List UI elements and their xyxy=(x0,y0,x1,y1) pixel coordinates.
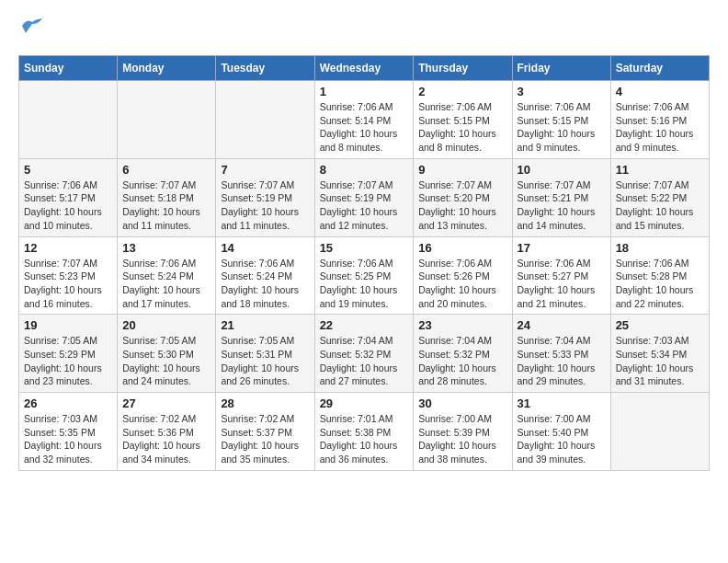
day-number: 27 xyxy=(122,396,210,410)
calendar-cell: 4Sunrise: 7:06 AMSunset: 5:16 PMDaylight… xyxy=(610,81,709,159)
day-info: Sunrise: 7:02 AMSunset: 5:37 PMDaylight:… xyxy=(221,412,309,466)
day-number: 22 xyxy=(320,318,409,332)
calendar-cell: 20Sunrise: 7:05 AMSunset: 5:30 PMDayligh… xyxy=(118,315,216,393)
calendar-cell: 10Sunrise: 7:07 AMSunset: 5:21 PMDayligh… xyxy=(512,158,610,236)
day-number: 19 xyxy=(24,318,112,332)
day-number: 21 xyxy=(221,318,309,332)
calendar-cell: 31Sunrise: 7:00 AMSunset: 5:40 PMDayligh… xyxy=(512,393,610,471)
calendar-cell: 3Sunrise: 7:06 AMSunset: 5:15 PMDaylight… xyxy=(512,81,610,159)
day-info: Sunrise: 7:06 AMSunset: 5:26 PMDaylight:… xyxy=(418,257,506,311)
calendar-cell xyxy=(216,81,314,159)
day-info: Sunrise: 7:07 AMSunset: 5:23 PMDaylight:… xyxy=(24,257,112,311)
calendar-cell: 14Sunrise: 7:06 AMSunset: 5:24 PMDayligh… xyxy=(216,236,314,315)
day-number: 5 xyxy=(24,163,112,177)
calendar-cell xyxy=(118,81,216,159)
day-info: Sunrise: 7:06 AMSunset: 5:17 PMDaylight:… xyxy=(24,178,112,233)
calendar-cell: 15Sunrise: 7:06 AMSunset: 5:25 PMDayligh… xyxy=(314,236,414,315)
logo-bird-icon xyxy=(22,18,42,33)
calendar-week-row: 19Sunrise: 7:05 AMSunset: 5:29 PMDayligh… xyxy=(19,315,710,393)
day-info: Sunrise: 7:06 AMSunset: 5:24 PMDaylight:… xyxy=(221,257,309,311)
day-of-week-header: Sunday xyxy=(19,56,118,81)
day-number: 20 xyxy=(122,318,210,332)
day-info: Sunrise: 7:06 AMSunset: 5:16 PMDaylight:… xyxy=(616,100,704,155)
day-info: Sunrise: 7:06 AMSunset: 5:15 PMDaylight:… xyxy=(518,100,606,155)
calendar-cell: 11Sunrise: 7:07 AMSunset: 5:22 PMDayligh… xyxy=(610,158,709,236)
calendar-cell: 9Sunrise: 7:07 AMSunset: 5:20 PMDaylight… xyxy=(414,158,512,236)
day-number: 14 xyxy=(221,241,309,255)
day-number: 2 xyxy=(418,85,506,98)
day-info: Sunrise: 7:04 AMSunset: 5:33 PMDaylight:… xyxy=(518,334,606,388)
calendar-cell: 1Sunrise: 7:06 AMSunset: 5:14 PMDaylight… xyxy=(314,81,414,159)
day-number: 12 xyxy=(24,241,112,255)
calendar-cell: 8Sunrise: 7:07 AMSunset: 5:19 PMDaylight… xyxy=(314,158,414,236)
day-info: Sunrise: 7:04 AMSunset: 5:32 PMDaylight:… xyxy=(320,334,409,388)
calendar-cell: 5Sunrise: 7:06 AMSunset: 5:17 PMDaylight… xyxy=(19,158,118,236)
day-info: Sunrise: 7:06 AMSunset: 5:25 PMDaylight:… xyxy=(320,257,409,311)
day-info: Sunrise: 7:07 AMSunset: 5:18 PMDaylight:… xyxy=(122,178,210,233)
calendar-cell: 2Sunrise: 7:06 AMSunset: 5:15 PMDaylight… xyxy=(414,81,512,159)
day-info: Sunrise: 7:01 AMSunset: 5:38 PMDaylight:… xyxy=(320,412,409,466)
day-of-week-header: Wednesday xyxy=(314,56,414,81)
day-number: 30 xyxy=(418,396,506,410)
day-info: Sunrise: 7:06 AMSunset: 5:28 PMDaylight:… xyxy=(616,257,704,311)
day-number: 9 xyxy=(418,163,506,177)
day-number: 7 xyxy=(221,163,309,177)
day-number: 29 xyxy=(320,396,409,410)
day-info: Sunrise: 7:06 AMSunset: 5:24 PMDaylight:… xyxy=(122,257,210,311)
calendar-week-row: 1Sunrise: 7:06 AMSunset: 5:14 PMDaylight… xyxy=(19,81,710,159)
day-number: 15 xyxy=(320,241,409,255)
day-number: 28 xyxy=(221,396,309,410)
calendar-cell: 29Sunrise: 7:01 AMSunset: 5:38 PMDayligh… xyxy=(314,393,414,471)
day-info: Sunrise: 7:07 AMSunset: 5:19 PMDaylight:… xyxy=(320,178,409,233)
day-info: Sunrise: 7:06 AMSunset: 5:27 PMDaylight:… xyxy=(518,257,606,311)
calendar-cell xyxy=(19,81,118,159)
day-number: 11 xyxy=(616,163,704,177)
calendar-cell: 30Sunrise: 7:00 AMSunset: 5:39 PMDayligh… xyxy=(414,393,512,471)
day-number: 13 xyxy=(122,241,210,255)
day-number: 25 xyxy=(616,318,704,332)
calendar-cell: 25Sunrise: 7:03 AMSunset: 5:34 PMDayligh… xyxy=(610,315,709,393)
calendar-cell: 22Sunrise: 7:04 AMSunset: 5:32 PMDayligh… xyxy=(314,315,414,393)
day-info: Sunrise: 7:00 AMSunset: 5:39 PMDaylight:… xyxy=(418,412,506,466)
calendar-week-row: 5Sunrise: 7:06 AMSunset: 5:17 PMDaylight… xyxy=(19,158,710,236)
day-info: Sunrise: 7:00 AMSunset: 5:40 PMDaylight:… xyxy=(518,412,606,466)
day-of-week-header: Saturday xyxy=(610,56,709,81)
calendar-cell: 12Sunrise: 7:07 AMSunset: 5:23 PMDayligh… xyxy=(19,236,118,315)
day-number: 8 xyxy=(320,163,409,177)
day-info: Sunrise: 7:05 AMSunset: 5:31 PMDaylight:… xyxy=(221,334,309,388)
day-number: 1 xyxy=(320,85,409,98)
day-info: Sunrise: 7:06 AMSunset: 5:15 PMDaylight:… xyxy=(418,100,506,155)
day-info: Sunrise: 7:04 AMSunset: 5:32 PMDaylight:… xyxy=(418,334,506,388)
day-of-week-header: Friday xyxy=(512,56,610,81)
day-of-week-header: Thursday xyxy=(414,56,512,81)
calendar-cell: 24Sunrise: 7:04 AMSunset: 5:33 PMDayligh… xyxy=(512,315,610,393)
calendar-cell: 13Sunrise: 7:06 AMSunset: 5:24 PMDayligh… xyxy=(118,236,216,315)
day-number: 24 xyxy=(518,318,606,332)
day-number: 16 xyxy=(418,241,506,255)
day-of-week-header: Monday xyxy=(118,56,216,81)
calendar-cell: 17Sunrise: 7:06 AMSunset: 5:27 PMDayligh… xyxy=(512,236,610,315)
day-info: Sunrise: 7:06 AMSunset: 5:14 PMDaylight:… xyxy=(320,100,409,155)
day-info: Sunrise: 7:07 AMSunset: 5:21 PMDaylight:… xyxy=(518,178,606,233)
calendar-cell: 27Sunrise: 7:02 AMSunset: 5:36 PMDayligh… xyxy=(118,393,216,471)
day-of-week-header: Tuesday xyxy=(216,56,314,81)
calendar-cell: 18Sunrise: 7:06 AMSunset: 5:28 PMDayligh… xyxy=(610,236,709,315)
page-header xyxy=(18,18,710,40)
logo xyxy=(18,18,42,40)
day-info: Sunrise: 7:05 AMSunset: 5:30 PMDaylight:… xyxy=(122,334,210,388)
day-info: Sunrise: 7:07 AMSunset: 5:20 PMDaylight:… xyxy=(418,178,506,233)
day-info: Sunrise: 7:02 AMSunset: 5:36 PMDaylight:… xyxy=(122,412,210,466)
calendar-cell: 16Sunrise: 7:06 AMSunset: 5:26 PMDayligh… xyxy=(414,236,512,315)
day-number: 3 xyxy=(518,85,606,98)
calendar-cell: 7Sunrise: 7:07 AMSunset: 5:19 PMDaylight… xyxy=(216,158,314,236)
day-number: 18 xyxy=(616,241,704,255)
calendar-cell: 28Sunrise: 7:02 AMSunset: 5:37 PMDayligh… xyxy=(216,393,314,471)
day-number: 26 xyxy=(24,396,112,410)
calendar-cell: 19Sunrise: 7:05 AMSunset: 5:29 PMDayligh… xyxy=(19,315,118,393)
calendar-week-row: 26Sunrise: 7:03 AMSunset: 5:35 PMDayligh… xyxy=(19,393,710,471)
day-info: Sunrise: 7:07 AMSunset: 5:22 PMDaylight:… xyxy=(616,178,704,233)
day-number: 17 xyxy=(518,241,606,255)
day-info: Sunrise: 7:03 AMSunset: 5:35 PMDaylight:… xyxy=(24,412,112,466)
day-number: 6 xyxy=(122,163,210,177)
calendar-cell: 26Sunrise: 7:03 AMSunset: 5:35 PMDayligh… xyxy=(19,393,118,471)
